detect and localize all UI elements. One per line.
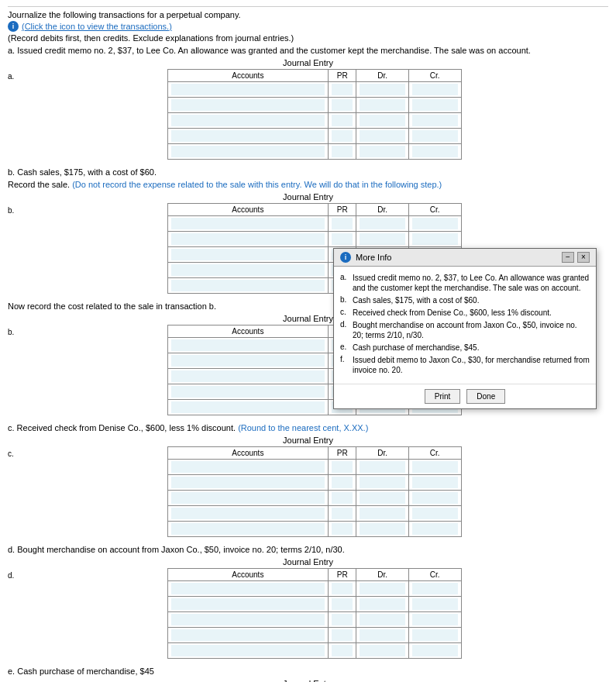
table-row <box>167 597 461 612</box>
dr-input[interactable] <box>360 461 404 473</box>
section-b1-sub: Record the sale. (Do not record the expe… <box>8 180 608 189</box>
dr-input[interactable] <box>360 598 404 610</box>
modal-item-b-text: Cash sales, $175, with a cost of $60. <box>353 295 479 305</box>
account-input[interactable] <box>171 115 325 126</box>
dr-input[interactable] <box>360 629 404 641</box>
account-input[interactable] <box>171 614 325 625</box>
section-e: e. Cash purchase of merchandise, $45 Jou… <box>8 666 608 682</box>
cr-input[interactable] <box>412 583 458 594</box>
cr-input[interactable] <box>412 645 458 656</box>
section-e-title: Journal Entry <box>8 679 608 682</box>
table-row <box>167 144 461 160</box>
dr-input[interactable] <box>360 99 404 111</box>
pr-input[interactable] <box>332 115 353 126</box>
pr-input[interactable] <box>332 629 353 641</box>
pr-input[interactable] <box>332 477 353 488</box>
pr-input[interactable] <box>332 233 353 245</box>
dr-input[interactable] <box>360 614 404 625</box>
table-row <box>167 460 461 475</box>
account-input[interactable] <box>171 146 325 157</box>
dr-input[interactable] <box>360 523 404 535</box>
col-header-pr: PR <box>329 204 356 216</box>
account-input[interactable] <box>171 218 325 229</box>
pr-input[interactable] <box>332 645 353 656</box>
cr-input[interactable] <box>412 523 458 535</box>
cr-input[interactable] <box>412 508 458 519</box>
modal-item-b-letter: b. <box>340 295 349 304</box>
dr-input[interactable] <box>360 115 404 126</box>
account-input[interactable] <box>171 401 325 413</box>
cr-input[interactable] <box>412 84 458 95</box>
account-input[interactable] <box>171 355 325 367</box>
account-input[interactable] <box>171 523 325 535</box>
cr-input[interactable] <box>412 115 458 126</box>
account-input[interactable] <box>171 477 325 488</box>
dr-input[interactable] <box>360 130 404 142</box>
print-button[interactable]: Print <box>425 389 461 404</box>
account-input[interactable] <box>171 598 325 610</box>
modal-item-d-letter: d. <box>340 320 349 329</box>
account-input[interactable] <box>171 629 325 641</box>
modal-footer: Print Done <box>334 384 596 408</box>
cr-input[interactable] <box>412 146 458 157</box>
cr-input[interactable] <box>412 233 458 245</box>
account-input[interactable] <box>171 461 325 473</box>
account-input[interactable] <box>171 339 325 351</box>
dr-input[interactable] <box>360 477 404 488</box>
table-row <box>167 113 461 129</box>
pr-input[interactable] <box>332 461 353 473</box>
dr-input[interactable] <box>360 583 404 594</box>
cr-input[interactable] <box>412 477 458 488</box>
pr-input[interactable] <box>332 218 353 229</box>
cr-input[interactable] <box>412 598 458 610</box>
modal-minimize-button[interactable]: − <box>562 252 574 263</box>
account-input[interactable] <box>171 264 325 276</box>
dr-input[interactable] <box>360 508 404 519</box>
pr-input[interactable] <box>332 614 353 625</box>
dr-input[interactable] <box>360 492 404 504</box>
pr-input[interactable] <box>332 99 353 111</box>
pr-input[interactable] <box>332 130 353 142</box>
dr-input[interactable] <box>360 645 404 656</box>
cr-input[interactable] <box>412 629 458 641</box>
account-input[interactable] <box>171 370 325 382</box>
cr-input[interactable] <box>412 614 458 625</box>
cr-input[interactable] <box>412 218 458 229</box>
dr-input[interactable] <box>360 146 404 157</box>
info-icon[interactable]: i <box>8 21 19 32</box>
pr-input[interactable] <box>332 146 353 157</box>
account-input[interactable] <box>171 99 325 111</box>
account-input[interactable] <box>171 233 325 245</box>
dr-input[interactable] <box>360 218 404 229</box>
account-input[interactable] <box>171 386 325 398</box>
done-button[interactable]: Done <box>466 389 505 404</box>
pr-input[interactable] <box>332 492 353 504</box>
cr-input[interactable] <box>412 130 458 142</box>
account-input[interactable] <box>171 645 325 656</box>
pr-input[interactable] <box>332 508 353 519</box>
col-header-cr: Cr. <box>408 70 461 82</box>
pr-input[interactable] <box>332 84 353 95</box>
account-input[interactable] <box>171 84 325 95</box>
cr-input[interactable] <box>412 99 458 111</box>
account-input[interactable] <box>171 583 325 594</box>
modal-body: a. Issued credit memo no. 2, $37, to Lee… <box>334 267 596 384</box>
section-b1-title: Journal Entry <box>8 192 608 202</box>
cr-input[interactable] <box>412 492 458 504</box>
instruction-line1: Journalize the following transactions fo… <box>8 10 608 19</box>
pr-input[interactable] <box>332 523 353 535</box>
account-input[interactable] <box>171 508 325 519</box>
modal-close-button[interactable]: × <box>577 252 590 263</box>
account-input[interactable] <box>171 492 325 504</box>
account-input[interactable] <box>171 249 325 260</box>
table-row <box>167 581 461 597</box>
cr-input[interactable] <box>412 461 458 473</box>
pr-input[interactable] <box>332 583 353 594</box>
dr-input[interactable] <box>360 233 404 245</box>
dr-input[interactable] <box>360 84 404 95</box>
transactions-link[interactable]: (Click the icon to view the transactions… <box>22 22 172 31</box>
account-input[interactable] <box>171 130 325 142</box>
modal-title: More Info <box>356 253 391 262</box>
pr-input[interactable] <box>332 598 353 610</box>
account-input[interactable] <box>171 280 325 291</box>
